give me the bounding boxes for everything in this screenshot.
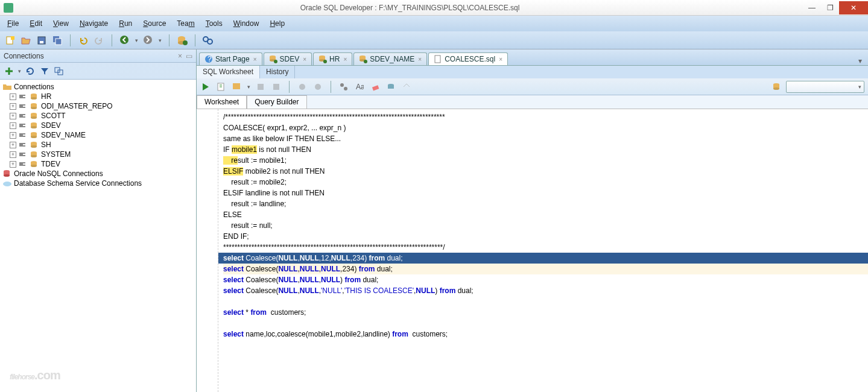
- save-icon[interactable]: [36, 35, 47, 46]
- undo-icon[interactable]: [78, 35, 89, 46]
- expand-icon[interactable]: +: [10, 103, 16, 110]
- dropdown-icon[interactable]: ▾: [18, 68, 21, 74]
- save-all-icon[interactable]: [52, 35, 63, 46]
- code-line[interactable]: IF mobile1 is not null THEN: [223, 144, 868, 155]
- commit-icon[interactable]: [271, 81, 282, 92]
- run-script-icon[interactable]: [216, 81, 227, 92]
- code-line[interactable]: result := mobile2;: [223, 177, 868, 188]
- tab-close-icon[interactable]: ×: [343, 56, 347, 63]
- format-icon[interactable]: Aa: [354, 81, 365, 92]
- tree-connection-item[interactable]: +SDEV_NAME: [1, 130, 195, 140]
- tab-sdev[interactable]: SDEV×: [264, 52, 312, 65]
- tree-schema-service[interactable]: Database Schema Service Connections: [1, 179, 195, 188]
- tree-root[interactable]: Connections: [1, 82, 195, 92]
- expand-icon[interactable]: +: [10, 151, 16, 158]
- code-line[interactable]: [223, 318, 868, 329]
- tree-connection-item[interactable]: +SH: [1, 140, 195, 150]
- connection-select[interactable]: ▾: [786, 81, 864, 93]
- code-line[interactable]: ****************************************…: [223, 242, 868, 253]
- run-icon[interactable]: [200, 81, 211, 92]
- code-line[interactable]: select Coalesce(NULL,NULL,'NULL','THIS I…: [223, 285, 868, 296]
- code-line[interactable]: [223, 296, 868, 307]
- maximize-button[interactable]: ❐: [821, 1, 839, 14]
- tab-close-icon[interactable]: ×: [253, 56, 257, 63]
- tabs-menu-icon[interactable]: ▾: [855, 57, 866, 65]
- tree-connection-item[interactable]: +ODI_MASTER_REPO: [1, 101, 195, 111]
- code-line[interactable]: result := landline;: [223, 198, 868, 209]
- refresh-icon[interactable]: [25, 66, 36, 77]
- menu-source[interactable]: Source: [138, 17, 171, 30]
- add-connection-icon[interactable]: [4, 66, 14, 77]
- code-line-selected[interactable]: select Coalesce(NULL,NULL,12,NULL,234) f…: [218, 253, 868, 264]
- tree-connection-item[interactable]: +SDEV: [1, 121, 195, 130]
- open-icon[interactable]: [21, 35, 31, 46]
- menu-navigate[interactable]: Navigate: [75, 17, 113, 30]
- dropdown-icon[interactable]: ▾: [159, 37, 162, 43]
- subtab-sql-worksheet[interactable]: SQL Worksheet: [197, 66, 260, 78]
- filter-icon[interactable]: [39, 66, 50, 77]
- code-line[interactable]: select * from customers;: [223, 307, 868, 318]
- dup-icon[interactable]: [54, 66, 65, 77]
- tree-connection-item[interactable]: +TDEV: [1, 159, 195, 169]
- code-line[interactable]: result := mobile1;: [223, 155, 868, 166]
- code-line[interactable]: select Coalesce(NULL,NULL,NULL) from dua…: [223, 274, 868, 285]
- sql-tuning-icon[interactable]: [297, 81, 308, 92]
- tree-nosql[interactable]: Oracle NoSQL Connections: [1, 169, 195, 179]
- code-line[interactable]: ELSIF landline is not null THEN: [223, 188, 868, 198]
- tab-query-builder[interactable]: Query Builder: [247, 95, 306, 109]
- tab-close-icon[interactable]: ×: [499, 56, 502, 63]
- menu-tools[interactable]: Tools: [201, 17, 227, 30]
- tab-close-icon[interactable]: ×: [303, 56, 306, 63]
- code-line[interactable]: END IF;: [223, 231, 868, 242]
- snippet-icon[interactable]: [401, 81, 412, 92]
- subtab-history[interactable]: History: [260, 66, 295, 78]
- code-area[interactable]: /***************************************…: [223, 109, 868, 340]
- menu-edit[interactable]: Edit: [25, 17, 47, 30]
- tab-start-page[interactable]: ?Start Page×: [199, 52, 262, 65]
- explain-plan-icon[interactable]: [232, 81, 242, 92]
- code-line[interactable]: result := null;: [223, 220, 868, 231]
- menu-window[interactable]: Window: [229, 17, 264, 30]
- code-line[interactable]: COALESCE( expr1, expr2, ... expr_n ): [223, 122, 868, 133]
- sql-editor[interactable]: /***************************************…: [197, 109, 868, 392]
- menu-team[interactable]: Team: [172, 17, 199, 30]
- clear-icon[interactable]: [370, 81, 381, 92]
- dropdown-icon[interactable]: ▾: [247, 84, 250, 90]
- code-line[interactable]: select name,loc,coalesce(mobile1,mobile2…: [223, 329, 868, 340]
- new-icon[interactable]: [5, 35, 16, 46]
- sql-history-icon[interactable]: [312, 81, 323, 92]
- tab-close-icon[interactable]: ×: [418, 56, 422, 63]
- code-line-cursor[interactable]: select Coalesce(NULL,NULL,NULL,234) from…: [223, 264, 868, 274]
- expand-icon[interactable]: +: [10, 113, 16, 119]
- unshared-icon[interactable]: [338, 81, 349, 92]
- nav-fwd-icon[interactable]: [143, 35, 154, 46]
- close-button[interactable]: ✕: [839, 1, 868, 14]
- expand-icon[interactable]: +: [10, 161, 16, 168]
- panel-close-icon[interactable]: ×: [178, 52, 182, 60]
- connections-tree[interactable]: Connections +HR+ODI_MASTER_REPO+SCOTT+SD…: [0, 80, 196, 392]
- redo-icon[interactable]: [93, 35, 104, 46]
- tree-connection-item[interactable]: +SYSTEM: [1, 150, 195, 159]
- menu-file[interactable]: File: [2, 17, 24, 30]
- sql-icon[interactable]: [177, 35, 188, 46]
- minimize-button[interactable]: —: [803, 1, 821, 14]
- expand-icon[interactable]: +: [10, 122, 16, 129]
- menu-view[interactable]: View: [48, 17, 74, 30]
- autotrace-icon[interactable]: [255, 81, 266, 92]
- db-export-icon[interactable]: [385, 81, 396, 92]
- tab-hr[interactable]: HR×: [313, 52, 352, 65]
- code-line[interactable]: /***************************************…: [223, 112, 868, 122]
- menu-help[interactable]: Help: [265, 17, 290, 30]
- dropdown-icon[interactable]: ▾: [135, 37, 138, 43]
- expand-icon[interactable]: +: [10, 93, 16, 100]
- tab-sdev-name[interactable]: SDEV_NAME×: [353, 52, 427, 65]
- code-line[interactable]: ELSIF mobile2 is not null THEN: [223, 166, 868, 177]
- expand-icon[interactable]: +: [10, 132, 16, 139]
- panel-restore-icon[interactable]: ▭: [186, 52, 192, 60]
- tab-worksheet[interactable]: Worksheet: [197, 95, 247, 109]
- tree-connection-item[interactable]: +HR: [1, 92, 195, 101]
- menu-run[interactable]: Run: [114, 17, 137, 30]
- nav-back-icon[interactable]: [119, 35, 130, 46]
- code-line[interactable]: same as like below IF THEN ELSE...: [223, 133, 868, 144]
- code-line[interactable]: ELSE: [223, 209, 868, 220]
